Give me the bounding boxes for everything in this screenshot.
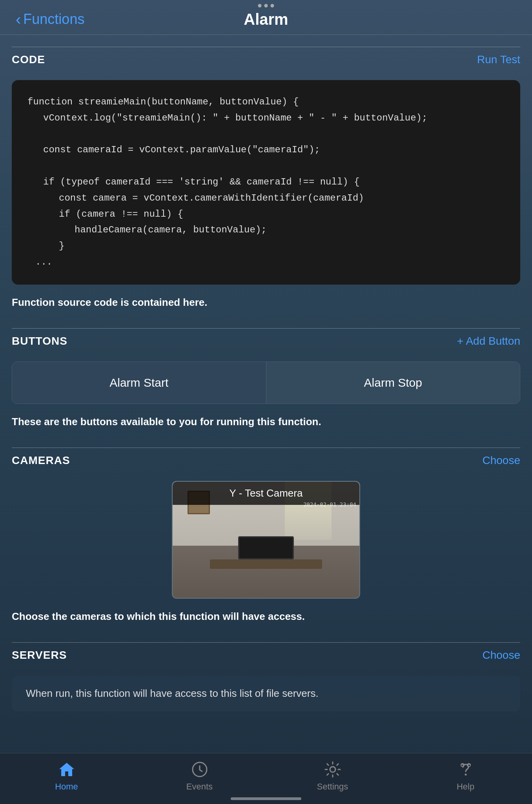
home-icon <box>57 760 77 779</box>
servers-section-header: SERVERS Choose <box>12 642 520 668</box>
servers-description-text: When run, this function will have access… <box>26 687 319 699</box>
tab-help-label: Help <box>457 782 474 792</box>
code-line-2: vContext.log("streamieMain(): " + button… <box>27 110 505 126</box>
tab-events[interactable]: Events <box>133 760 266 792</box>
settings-icon <box>323 760 343 779</box>
code-line-3 <box>27 126 505 143</box>
cameras-section-title: CAMERAS <box>12 454 70 467</box>
room-monitor <box>238 536 294 559</box>
help-icon <box>456 760 476 779</box>
svg-point-1 <box>330 767 335 772</box>
code-line-5 <box>27 158 505 174</box>
page-title: Alarm <box>244 11 288 28</box>
code-line-8: if (camera !== null) { <box>27 206 505 223</box>
tab-home[interactable]: Home <box>0 760 133 792</box>
add-button-action[interactable]: + Add Button <box>457 335 520 347</box>
servers-section-title: SERVERS <box>12 649 67 661</box>
tab-home-label: Home <box>55 782 78 792</box>
camera-timestamp: 2024-02-01 23:04 <box>303 501 356 508</box>
cameras-note: Choose the cameras to which this functio… <box>12 607 520 627</box>
code-line-6: if (typeof cameraId === 'string' && came… <box>27 174 505 190</box>
tab-settings[interactable]: Settings <box>266 760 399 792</box>
code-note: Function source code is contained here. <box>12 292 520 312</box>
code-line-10: } <box>27 238 505 254</box>
nav-divider <box>0 35 532 35</box>
top-nav: ‹ Functions Alarm <box>0 0 532 35</box>
code-section-title: CODE <box>12 53 45 66</box>
room-desk <box>210 559 322 569</box>
code-editor[interactable]: function streamieMain(buttonName, button… <box>12 80 520 285</box>
buttons-section-title: BUTTONS <box>12 335 67 347</box>
tab-help[interactable]: Help <box>399 760 532 792</box>
back-chevron-icon: ‹ <box>16 11 21 27</box>
cameras-section: CAMERAS Choose Y - Test Camera 2024-02-0… <box>12 448 520 627</box>
nav-dot-3 <box>271 4 274 7</box>
cameras-choose-button[interactable]: Choose <box>482 454 520 467</box>
servers-section: SERVERS Choose When run, this function w… <box>12 642 520 711</box>
buttons-section-header: BUTTONS + Add Button <box>12 328 520 354</box>
svg-point-2 <box>465 774 466 776</box>
code-section: CODE Run Test function streamieMain(butt… <box>12 47 520 312</box>
alarm-stop-button[interactable]: Alarm Stop <box>266 362 520 404</box>
back-label: Functions <box>23 11 84 27</box>
code-line-11: ... <box>27 254 505 270</box>
tab-settings-label: Settings <box>317 782 348 792</box>
buttons-section: BUTTONS + Add Button Alarm Start Alarm S… <box>12 328 520 432</box>
nav-dot-2 <box>264 4 268 7</box>
buttons-note: These are the buttons available to you f… <box>12 412 520 432</box>
code-line-9: handleCamera(camera, buttonValue); <box>27 222 505 238</box>
code-line-4: const cameraId = vContext.paramValue("ca… <box>27 142 505 158</box>
tab-bar: Home Events Settings <box>0 753 532 804</box>
run-test-button[interactable]: Run Test <box>477 53 520 66</box>
code-section-header: CODE Run Test <box>12 47 520 72</box>
alarm-start-button[interactable]: Alarm Start <box>12 362 266 404</box>
camera-preview: Y - Test Camera 2024-02-01 23:04 <box>12 481 520 599</box>
code-line-1: function streamieMain(buttonName, button… <box>27 94 505 110</box>
events-icon <box>190 760 210 779</box>
cameras-section-header: CAMERAS Choose <box>12 448 520 473</box>
home-indicator <box>231 797 301 800</box>
alarm-buttons-row: Alarm Start Alarm Stop <box>12 362 520 404</box>
code-line-7: const camera = vContext.cameraWithIdenti… <box>27 190 505 206</box>
back-button[interactable]: ‹ Functions <box>16 11 84 27</box>
tab-events-label: Events <box>186 782 213 792</box>
nav-dot-1 <box>258 4 262 7</box>
servers-description: When run, this function will have access… <box>12 676 520 711</box>
servers-choose-button[interactable]: Choose <box>482 649 520 661</box>
camera-thumbnail[interactable]: Y - Test Camera 2024-02-01 23:04 <box>172 481 360 599</box>
